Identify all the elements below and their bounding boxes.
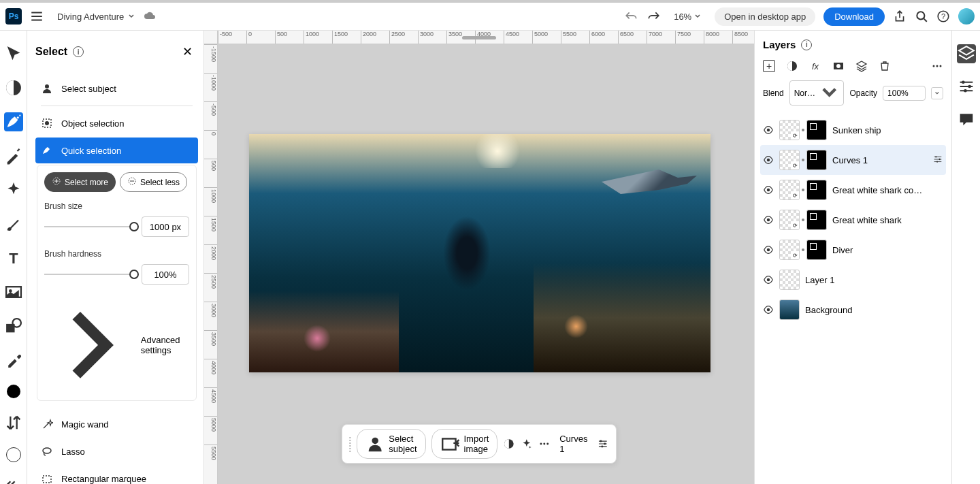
option-label: Quick selection — [61, 146, 121, 156]
layer-thumb[interactable]: ⟳ — [779, 180, 800, 200]
visibility-toggle[interactable] — [763, 274, 774, 285]
brush-size-slider[interactable] — [44, 226, 135, 227]
fx-button[interactable]: fx — [809, 60, 821, 72]
layer-stack-button[interactable] — [855, 60, 868, 72]
background-color[interactable] — [4, 447, 23, 462]
layer-row[interactable]: ⟳Sunken ship — [760, 115, 946, 145]
close-panel-button[interactable]: ✕ — [180, 42, 195, 62]
more-icon[interactable] — [538, 436, 551, 452]
layer-mask-thumb[interactable] — [806, 120, 827, 140]
eyedropper-tool[interactable] — [4, 351, 23, 370]
adjustment-layer-button[interactable] — [786, 60, 798, 72]
layer-mask-thumb[interactable] — [806, 150, 827, 170]
select-less-button[interactable]: Select less — [120, 172, 187, 192]
generative-tool[interactable] — [4, 180, 23, 199]
move-tool[interactable] — [4, 44, 23, 63]
sliders-icon[interactable] — [597, 436, 609, 452]
text-tool[interactable]: T — [4, 248, 23, 268]
adjustments-icon[interactable] — [503, 436, 515, 452]
undo-button[interactable] — [625, 10, 638, 23]
drag-handle[interactable] — [349, 436, 351, 452]
visibility-toggle[interactable] — [763, 214, 774, 225]
layer-thumb[interactable] — [779, 270, 800, 290]
object-selection-option[interactable]: Object selection — [35, 110, 198, 136]
rect-marquee-option[interactable]: Rectangular marquee — [35, 466, 198, 484]
visibility-toggle[interactable] — [763, 244, 774, 255]
svg-point-38 — [936, 161, 938, 162]
select-tool[interactable] — [4, 112, 23, 131]
select-subject-button[interactable]: Select subject — [357, 429, 426, 459]
brush-hardness-slider[interactable] — [44, 274, 135, 275]
layer-thumb[interactable]: ⟳ — [779, 150, 800, 170]
delete-layer-button[interactable] — [879, 60, 891, 72]
layers-rail-button[interactable] — [957, 44, 976, 63]
add-layer-button[interactable]: + — [763, 60, 775, 72]
svg-point-24 — [546, 443, 549, 445]
comments-rail-button[interactable] — [957, 110, 976, 129]
layer-name: Great white shark — [832, 215, 943, 225]
brush-hardness-input[interactable] — [142, 264, 189, 285]
user-avatar[interactable] — [958, 8, 975, 25]
blend-mode-select[interactable]: Nor… — [789, 80, 845, 106]
canvas-area[interactable]: -500050010001500200025003000350040004500… — [204, 31, 754, 484]
foreground-color[interactable] — [4, 385, 23, 398]
layer-thumb[interactable]: ⟳ — [779, 210, 800, 230]
layer-mask-thumb[interactable] — [806, 180, 827, 200]
select-subject-option[interactable]: Select subject — [35, 76, 198, 101]
import-image-button[interactable]: Import image — [431, 429, 498, 459]
info-icon[interactable]: i — [73, 46, 84, 57]
swap-colors[interactable] — [4, 413, 23, 432]
retouch-tool[interactable] — [4, 146, 23, 165]
layer-mask-thumb[interactable] — [806, 210, 827, 230]
layer-row[interactable]: ⟳Great white shark co… — [760, 175, 946, 205]
ruler-tick: 5000 — [532, 31, 561, 44]
chevron-down-icon[interactable] — [931, 87, 943, 99]
info-icon[interactable]: i — [801, 39, 812, 50]
zoom-control[interactable]: 16% — [674, 12, 701, 22]
scrollbar-indicator[interactable] — [462, 36, 496, 39]
mask-button[interactable] — [832, 60, 845, 72]
visibility-toggle[interactable] — [763, 155, 774, 165]
brush-tool[interactable] — [4, 214, 23, 233]
hamburger-menu[interactable] — [30, 10, 44, 23]
shapes-tool[interactable] — [4, 317, 23, 336]
svg-rect-17 — [43, 476, 51, 483]
layer-settings-icon[interactable] — [932, 154, 943, 167]
canvas-image[interactable] — [249, 134, 710, 372]
advanced-settings-toggle[interactable]: Advanced settings — [44, 297, 189, 393]
layer-row[interactable]: ⟳Curves 1 — [760, 145, 946, 175]
magic-wand-option[interactable]: Magic wand — [35, 412, 198, 438]
share-icon[interactable] — [893, 10, 906, 23]
lasso-option[interactable]: Lasso — [35, 439, 198, 465]
scene-coral-pink — [304, 325, 331, 352]
select-more-button[interactable]: Select more — [44, 172, 116, 192]
brush-size-input[interactable] — [142, 216, 189, 237]
svg-point-34 — [767, 129, 770, 131]
layer-row[interactable]: ⟳Diver — [760, 235, 946, 265]
opacity-input[interactable]: 100% — [883, 86, 926, 101]
layer-thumb[interactable]: ⟳ — [779, 120, 800, 140]
properties-rail-button[interactable] — [957, 77, 976, 96]
visibility-toggle[interactable] — [763, 125, 774, 135]
sparkle-icon[interactable] — [521, 436, 533, 452]
visibility-toggle[interactable] — [763, 184, 774, 195]
layer-row[interactable]: ⟳Great white shark — [760, 205, 946, 235]
collapse-toolbar[interactable] — [4, 477, 23, 484]
layer-thumb[interactable] — [779, 300, 800, 320]
search-icon[interactable] — [915, 10, 928, 23]
open-desktop-button[interactable]: Open in desktop app — [715, 7, 815, 26]
adjustments-tool[interactable] — [4, 78, 23, 97]
layer-thumb[interactable]: ⟳ — [779, 240, 800, 260]
redo-button[interactable] — [647, 10, 660, 23]
layer-row[interactable]: Layer 1 — [760, 265, 946, 295]
visibility-toggle[interactable] — [763, 304, 774, 315]
layer-mask-thumb[interactable] — [806, 240, 827, 260]
image-tool[interactable] — [4, 283, 23, 302]
quick-selection-option[interactable]: Quick selection — [35, 138, 198, 163]
help-icon[interactable]: ? — [936, 10, 950, 23]
cloud-status-icon[interactable] — [143, 10, 157, 23]
document-title[interactable]: Diving Adventure — [57, 12, 135, 22]
layer-row[interactable]: Background — [760, 295, 946, 325]
download-button[interactable]: Download — [823, 7, 885, 26]
more-options-button[interactable] — [931, 60, 943, 72]
